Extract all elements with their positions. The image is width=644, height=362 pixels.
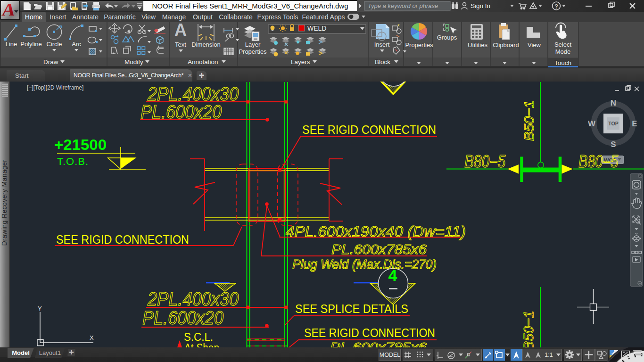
svg-text:B80−5: B80−5 [578, 152, 619, 171]
svg-text:B80−5: B80−5 [464, 152, 506, 171]
svg-text:SEE RIGID CONNECTION: SEE RIGID CONNECTION [302, 123, 436, 136]
svg-text:Drawing Recovery Manager: Drawing Recovery Manager [0, 159, 8, 246]
svg-text:Utilities: Utilities [468, 41, 487, 49]
svg-text:Y: Y [38, 305, 42, 312]
svg-text:Type a keyword or phrase: Type a keyword or phrase [368, 2, 438, 9]
svg-text:Properties: Properties [405, 41, 433, 49]
svg-text:Annotation: Annotation [188, 58, 218, 66]
svg-text:?: ? [554, 3, 558, 10]
svg-text:PL.600x20: PL.600x20 [140, 101, 222, 122]
svg-text:Sign In: Sign In [471, 2, 490, 9]
svg-text:PL.600x785x6: PL.600x785x6 [330, 339, 427, 347]
svg-text:PL.600x20: PL.600x20 [142, 307, 223, 328]
svg-text:Groups: Groups [437, 34, 457, 41]
svg-text:W: W [588, 119, 596, 128]
svg-text:Modify: Modify [124, 58, 143, 66]
svg-text:WELD: WELD [307, 25, 326, 32]
svg-text:X: X [90, 334, 94, 341]
svg-text:Properties: Properties [239, 48, 267, 55]
svg-text:Text: Text [175, 41, 186, 48]
svg-text:A: A [174, 22, 187, 40]
svg-text:Polyline: Polyline [20, 41, 42, 48]
svg-text:Mode: Mode [555, 48, 571, 55]
svg-text:Clipboard: Clipboard [493, 41, 519, 49]
svg-text:PL.600x785x6: PL.600x785x6 [331, 242, 427, 257]
svg-text:View: View [528, 41, 541, 49]
svg-text:2PL.400x30: 2PL.400x30 [147, 288, 239, 309]
svg-text:TOP: TOP [608, 121, 618, 126]
svg-text:+21500: +21500 [54, 136, 107, 153]
svg-text:SEE SPLICE DETAILS: SEE SPLICE DETAILS [295, 302, 408, 315]
svg-text:Line: Line [6, 41, 17, 48]
svg-text:N: N [611, 99, 616, 107]
svg-text:A: A [1, 1, 17, 19]
svg-text:E: E [632, 119, 637, 128]
svg-text:Draw: Draw [43, 58, 58, 66]
svg-text:Insert: Insert [374, 41, 390, 48]
svg-text:SEE RIGID CONNECTION: SEE RIGID CONNECTION [304, 326, 435, 339]
svg-text:B50−1: B50−1 [521, 100, 537, 141]
svg-text:4PL.600x190x40 (Dw=11): 4PL.600x190x40 (Dw=11) [286, 223, 466, 240]
svg-text:SEE RIGID CONNECTION: SEE RIGID CONNECTION [56, 233, 189, 246]
svg-text:B50−1: B50−1 [520, 311, 536, 347]
svg-text:Circle: Circle [46, 41, 62, 48]
svg-text:Arc: Arc [72, 41, 81, 48]
svg-text:4: 4 [388, 266, 397, 284]
svg-text:MODEL: MODEL [380, 352, 401, 358]
svg-text:T.O.B.: T.O.B. [57, 156, 89, 167]
svg-text:At Shop: At Shop [184, 342, 219, 347]
svg-text:Layers: Layers [291, 58, 310, 66]
svg-text:S: S [611, 140, 616, 149]
svg-text:Dimension: Dimension [191, 41, 220, 48]
svg-text:Block: Block [375, 58, 390, 66]
svg-text:Touch: Touch [554, 59, 571, 66]
svg-text:Plug Weld (Max.Dis.=270): Plug Weld (Max.Dis.=270) [292, 257, 437, 272]
svg-text:[−][Top][2D Wireframe]: [−][Top][2D Wireframe] [27, 84, 83, 91]
svg-text:1:1: 1:1 [545, 352, 553, 358]
svg-text:Layer: Layer [245, 41, 261, 48]
svg-text:Select: Select [554, 41, 572, 48]
